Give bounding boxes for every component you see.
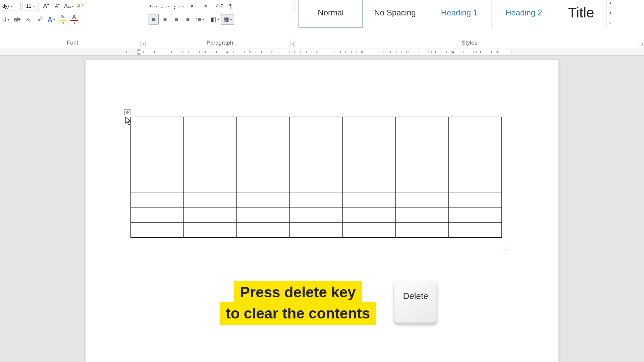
bullets-button[interactable]: •≡ [149,1,159,11]
style-tile-heading-2[interactable]: Heading 2 [492,0,556,28]
ruler-major-tick: 3 [204,50,206,54]
subscript-button[interactable]: x2 [23,14,34,25]
numbering-button[interactable]: 1≡ [160,1,170,11]
underline-button[interactable]: U [1,14,11,25]
ruler-major-tick: 12 [405,50,409,54]
sort-button[interactable]: A↓Z [215,1,225,11]
styles-dialog-launcher[interactable]: ↘ [640,41,644,46]
show-paragraph-marks-button[interactable]: ¶ [226,1,236,11]
styles-gallery: Normal No Spacing Heading 1 Heading 2 Ti… [298,0,614,28]
styles-gallery-up[interactable]: ▴ [607,0,614,8]
align-left-button[interactable]: ≡ [149,14,159,25]
decrease-indent-button[interactable]: ⇤ [189,1,199,11]
ruler-major-tick: 10 [360,50,364,54]
strikethrough-button[interactable]: ab [12,14,22,25]
ruler-major-tick: 4 [226,50,228,54]
styles-gallery-down[interactable]: ▾ [607,8,614,18]
ruler-major-tick: 5 [249,50,251,54]
ruler-major-tick: 8 [316,50,318,54]
font-name-combo[interactable]: dy) [0,2,21,10]
ruler-major-tick: 1 [159,50,161,54]
group-label-styles: Styles [462,40,477,46]
styles-gallery-more[interactable]: ⌄ [607,18,614,28]
font-size-combo[interactable]: 11 [22,2,39,10]
ruler-major-tick: 11 [383,50,387,54]
change-case-button[interactable]: Aa [64,1,74,11]
group-label-font: Font [67,40,78,46]
style-tile-no-spacing[interactable]: No Spacing [363,0,427,28]
line-spacing-button[interactable]: ↕≡ [194,14,204,25]
hanging-indent-marker[interactable] [137,53,141,56]
horizontal-ruler[interactable]: 12345678910111213141516 [0,48,644,56]
style-tile-normal[interactable]: Normal [299,0,363,28]
ruler-major-tick: 2 [181,50,183,54]
ruler-major-tick: 9 [339,50,341,54]
font-color-button[interactable]: A [69,14,79,25]
justify-button[interactable]: ≡ [183,14,193,25]
ruler-major-tick: 15 [473,50,477,54]
highlight-swatch-icon [59,20,66,21]
multilevel-list-button[interactable]: ⋮≡ [171,1,184,11]
ruler-major-tick: 7 [294,50,296,54]
font-color-swatch-icon [70,20,78,21]
align-right-button[interactable]: ≡ [171,14,181,25]
first-line-indent-marker[interactable] [137,48,141,51]
text-effects-button[interactable]: A [46,14,56,25]
highlight-color-button[interactable]: ✎ [58,14,68,25]
group-label-paragraph: Paragraph [207,40,233,46]
ruler-major-tick: 6 [271,50,273,54]
style-tile-heading-1[interactable]: Heading 1 [427,0,492,28]
align-center-button[interactable]: ≡ [160,14,170,25]
borders-button[interactable]: ▦ [221,14,234,25]
style-tile-title[interactable]: Title [556,0,606,28]
shrink-font-button[interactable]: A▾ [52,1,62,11]
ribbon: dy) 11 A▴ A▾ Aa A◇ •≡ 1≡ ⋮≡ ⇤ ⇥ A↓Z ¶ No… [0,0,644,48]
shading-button[interactable]: ◧ [210,14,220,25]
increase-indent-button[interactable]: ⇥ [200,1,210,11]
clear-formatting-button[interactable]: A◇ [75,1,85,11]
grow-font-button[interactable]: A▴ [41,1,51,11]
ruler-major-tick: 14 [450,50,454,54]
ruler-major-tick: 13 [428,50,432,54]
ruler-major-tick: 16 [495,50,499,54]
superscript-button[interactable]: x2 [35,14,45,25]
